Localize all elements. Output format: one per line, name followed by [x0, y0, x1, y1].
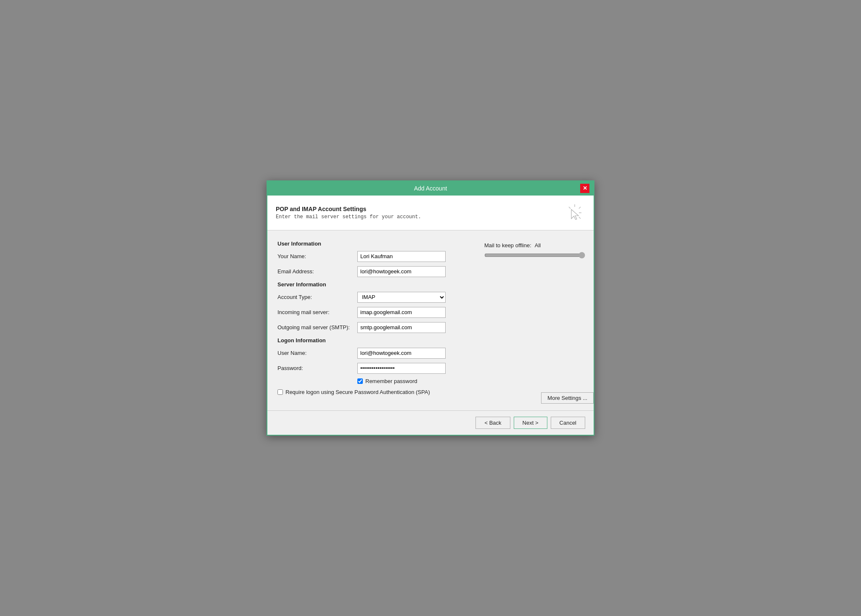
right-panel: Mail to keep offline: All More Settings … — [476, 230, 594, 410]
left-panel: User Information Your Name: Email Addres… — [267, 230, 476, 410]
offline-slider[interactable] — [484, 252, 585, 259]
your-name-input[interactable] — [357, 251, 446, 262]
svg-marker-5 — [571, 209, 578, 219]
title-bar: Add Account ✕ — [267, 181, 594, 196]
server-information-label: Server Information — [277, 281, 466, 288]
spa-label: Require logon using Secure Password Auth… — [285, 389, 430, 396]
account-type-row: Account Type: IMAP POP3 — [277, 292, 466, 303]
incoming-mail-row: Incoming mail server: — [277, 307, 466, 318]
header-title: POP and IMAP Account Settings — [276, 206, 421, 212]
email-address-input[interactable] — [357, 266, 446, 277]
email-address-row: Email Address: — [277, 266, 466, 277]
more-settings-button[interactable]: More Settings ... — [541, 392, 594, 404]
your-name-label: Your Name: — [277, 253, 357, 259]
add-account-window: Add Account ✕ POP and IMAP Account Setti… — [267, 180, 594, 436]
user-name-label: User Name: — [277, 350, 357, 356]
user-information-label: User Information — [277, 241, 466, 247]
spa-checkbox[interactable] — [277, 389, 283, 395]
your-name-row: Your Name: — [277, 251, 466, 262]
svg-line-1 — [579, 207, 581, 209]
back-button[interactable]: < Back — [475, 417, 510, 429]
mail-to-keep-label: Mail to keep offline: All — [484, 242, 585, 249]
remember-password-checkbox[interactable] — [357, 378, 363, 384]
logon-information-label: Logon Information — [277, 337, 466, 344]
user-name-row: User Name: — [277, 348, 466, 359]
header-section: POP and IMAP Account Settings Enter the … — [267, 196, 594, 230]
account-type-select[interactable]: IMAP POP3 — [357, 292, 446, 303]
password-input[interactable] — [357, 363, 446, 374]
account-type-label: Account Type: — [277, 294, 357, 300]
password-row: Password: — [277, 363, 466, 374]
outgoing-mail-label: Outgoing mail server (SMTP): — [277, 324, 357, 330]
email-address-label: Email Address: — [277, 268, 357, 275]
header-text: POP and IMAP Account Settings Enter the … — [276, 206, 421, 220]
incoming-mail-label: Incoming mail server: — [277, 309, 357, 315]
password-label: Password: — [277, 365, 357, 371]
incoming-mail-input[interactable] — [357, 307, 446, 318]
footer: < Back Next > Cancel — [267, 411, 594, 435]
svg-line-4 — [569, 207, 570, 209]
user-name-input[interactable] — [357, 348, 446, 359]
remember-password-row: Remember password — [357, 378, 466, 384]
close-button[interactable]: ✕ — [580, 184, 589, 193]
cancel-button[interactable]: Cancel — [551, 417, 585, 429]
window-title: Add Account — [281, 185, 580, 192]
body-section: User Information Your Name: Email Addres… — [267, 230, 594, 410]
header-subtitle: Enter the mail server settings for your … — [276, 214, 421, 220]
offline-slider-section: Mail to keep offline: All — [484, 242, 585, 260]
remember-password-label: Remember password — [365, 378, 417, 384]
next-button[interactable]: Next > — [514, 417, 547, 429]
sparkle-cursor-icon — [564, 202, 585, 223]
outgoing-mail-row: Outgoing mail server (SMTP): — [277, 322, 466, 333]
outgoing-mail-input[interactable] — [357, 322, 446, 333]
svg-line-3 — [579, 217, 581, 219]
spa-row: Require logon using Secure Password Auth… — [277, 389, 466, 396]
